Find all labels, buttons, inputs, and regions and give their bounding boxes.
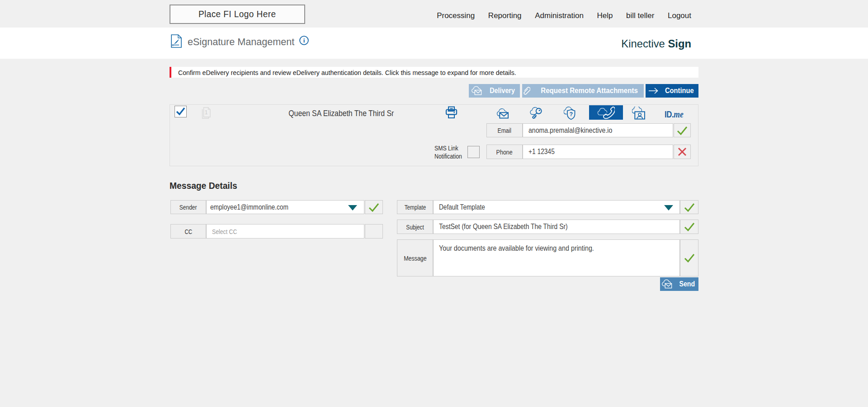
svg-text:1: 1 xyxy=(205,109,208,116)
svg-text:i: i xyxy=(303,37,305,44)
svg-text:?: ? xyxy=(569,111,573,117)
svg-text:x: x xyxy=(172,43,174,47)
